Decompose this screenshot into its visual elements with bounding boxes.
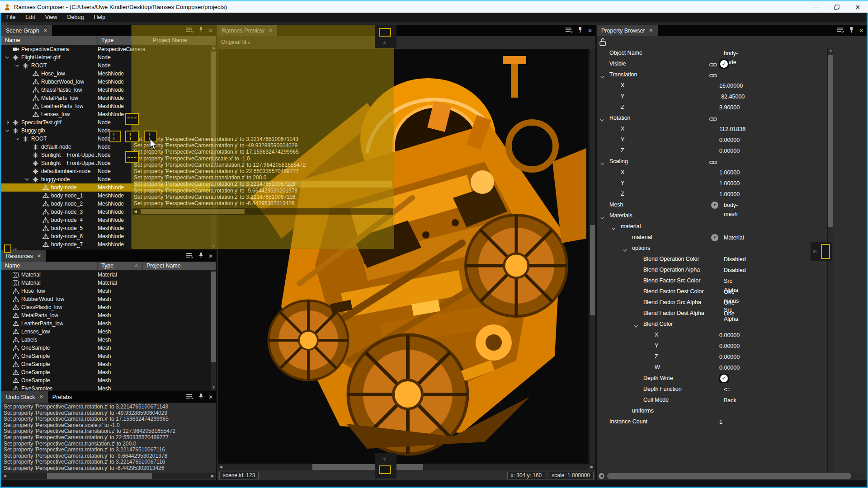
restore-button[interactable] [826, 1, 847, 13]
tab-close-icon[interactable]: ✕ [39, 394, 43, 400]
tab-close-icon[interactable]: ✕ [43, 28, 47, 33]
property-dropdown[interactable]: body-mesh▼ [719, 201, 828, 210]
hamburger-menu-icon[interactable] [836, 27, 844, 35]
expander-icon[interactable] [14, 137, 20, 140]
collapse-caret-icon[interactable] [623, 247, 626, 253]
log-line[interactable]: Set property 'PerspectiveCamera.rotation… [134, 149, 392, 155]
resource-row[interactable]: GlassPlastic_lowMesh [1, 303, 210, 311]
close-panel-icon[interactable]: ✕ [588, 28, 592, 34]
log-line[interactable]: Set property 'PerspectiveCamera.translat… [4, 441, 216, 447]
resource-row[interactable]: Hose_lowMesh [1, 287, 210, 295]
column-header-project-name[interactable]: Project Name [143, 262, 216, 270]
expander-icon[interactable] [4, 129, 10, 132]
tab-scene-graph[interactable]: Scene Graph ✕ [1, 25, 52, 36]
property-dropdown[interactable]: Back [719, 396, 828, 405]
log-line[interactable]: Set property 'PerspectiveCamera.scale.x'… [134, 155, 392, 162]
checkbox[interactable]: ✓ [719, 59, 729, 69]
link-icon[interactable] [709, 160, 717, 166]
property-slider[interactable]: 1.00000 [719, 168, 828, 177]
dock-guide-bottom[interactable] [125, 151, 139, 163]
menu-item-view[interactable]: View [40, 13, 62, 22]
resource-row[interactable]: OneSampleMesh [1, 360, 210, 368]
pin-icon[interactable] [849, 27, 854, 35]
resource-row[interactable]: MaterialMaterial [1, 271, 210, 279]
property-slider[interactable]: 0.00000 [719, 342, 828, 351]
hamburger-menu-icon[interactable] [186, 252, 193, 260]
dock-guide-preview-top[interactable] [379, 28, 391, 37]
dock-guide-edge-left[interactable] [4, 244, 11, 253]
log-line[interactable]: Set property 'PerspectiveCamera.translat… [134, 162, 392, 168]
pin-icon[interactable] [578, 27, 583, 35]
close-panel-icon[interactable]: ✕ [208, 394, 213, 400]
menu-item-help[interactable]: Help [89, 13, 110, 22]
dock-guide-preview-bottom[interactable] [379, 465, 391, 474]
tab-prefabs[interactable]: Prefabs [48, 391, 76, 403]
log-line[interactable]: Set property 'PerspectiveCamera.rotation… [134, 142, 392, 149]
undo-hscrollbar[interactable]: ◀▶ [2, 473, 216, 479]
property-slider[interactable]: 3.90000 [719, 103, 828, 112]
log-line[interactable]: Set property 'PerspectiveCamera.rotation… [134, 181, 392, 187]
minimize-button[interactable]: — [806, 1, 826, 13]
property-dropdown[interactable]: One [719, 309, 828, 318]
log-line[interactable]: Set property 'PerspectiveCamera.rotation… [134, 200, 392, 206]
resource-row[interactable]: MetalParts_lowMesh [1, 311, 210, 319]
resource-row[interactable]: OneSampleMesh [1, 376, 210, 385]
log-line[interactable]: Set property 'PerspectiveCamera.rotation… [134, 168, 392, 174]
link-icon[interactable] [709, 62, 717, 68]
close-panel-icon[interactable]: ✕ [859, 28, 863, 34]
log-line[interactable]: Set property 'PerspectiveCamera.translat… [134, 174, 392, 181]
property-hscrollbar[interactable]: ◀ [597, 473, 866, 479]
collapse-caret-icon[interactable] [601, 160, 604, 166]
hamburger-menu-icon[interactable] [565, 27, 573, 35]
property-slider[interactable]: 1.00000 [719, 179, 828, 188]
resource-row[interactable]: MaterialMaterial [1, 279, 210, 287]
tab-close-icon[interactable]: ✕ [649, 28, 653, 33]
expander-icon[interactable] [24, 178, 30, 181]
resource-row[interactable]: LeatherParts_lowMesh [1, 319, 210, 328]
log-line[interactable]: Set property 'PerspectiveCamera.scale.x'… [4, 422, 216, 429]
property-slider[interactable]: 0.00000 [719, 146, 828, 155]
checkbox[interactable]: ✓ [719, 374, 729, 383]
dock-guide-center[interactable] [125, 131, 139, 142]
collapse-caret-icon[interactable] [601, 117, 604, 123]
resource-row[interactable]: OneSampleMesh [1, 352, 210, 360]
preview-vscrollbar[interactable] [589, 49, 595, 464]
dock-guide-left[interactable] [109, 131, 121, 142]
expander-icon[interactable] [4, 121, 10, 124]
resource-row[interactable]: Lenses_lowMesh [1, 328, 210, 336]
expander-icon[interactable] [14, 64, 20, 67]
expander-icon[interactable] [4, 56, 10, 59]
property-dropdown[interactable]: <= [719, 385, 828, 394]
log-line[interactable]: Set property 'PerspectiveCamera.rotation… [4, 459, 216, 465]
resource-row[interactable]: LabelsMesh [1, 336, 210, 344]
menu-item-edit[interactable]: Edit [20, 13, 40, 22]
tab-close-icon[interactable]: ✕ [37, 253, 41, 259]
lock-icon[interactable] [599, 38, 606, 48]
property-dropdown[interactable]: Disabled [719, 266, 828, 275]
property-text-field[interactable]: body-node [719, 49, 828, 58]
close-button[interactable]: ✕ [847, 1, 868, 13]
collapse-caret-icon[interactable] [635, 323, 637, 329]
property-dropdown[interactable]: One minus Src Alpha [719, 287, 828, 296]
property-slider[interactable]: 112.01836 [719, 125, 828, 134]
log-line[interactable]: Set property 'PerspectiveCamera.rotation… [134, 194, 392, 200]
close-panel-icon[interactable]: ✕ [208, 253, 213, 259]
log-line[interactable]: Set property 'PerspectiveCamera.rotation… [4, 453, 216, 460]
column-header-name[interactable]: Name [1, 36, 98, 45]
link-icon[interactable] [709, 116, 717, 122]
log-line[interactable]: Set property 'PerspectiveCamera.rotation… [4, 447, 216, 453]
collapse-caret-icon[interactable] [612, 225, 615, 231]
title-bar[interactable]: Ramses Composer - (C:/Users/Uwe Kindler/… [0, 0, 868, 13]
property-dropdown[interactable]: Material▼ [719, 233, 828, 242]
property-slider[interactable]: 0.00000 [719, 136, 828, 145]
dock-guide-top[interactable] [125, 113, 139, 125]
property-dropdown[interactable]: One [719, 298, 828, 307]
resource-row[interactable]: FiveSamplesMesh [1, 385, 210, 390]
log-line[interactable]: Set property 'PerspectiveCamera.rotation… [4, 435, 216, 441]
menu-item-file[interactable]: File [1, 13, 20, 22]
pin-icon[interactable] [198, 252, 203, 260]
property-dropdown[interactable]: Src Alpha [719, 277, 828, 286]
property-slider[interactable]: 1.00000 [719, 190, 828, 199]
menu-item-debug[interactable]: Debug [62, 13, 89, 22]
pin-icon[interactable] [198, 393, 203, 401]
